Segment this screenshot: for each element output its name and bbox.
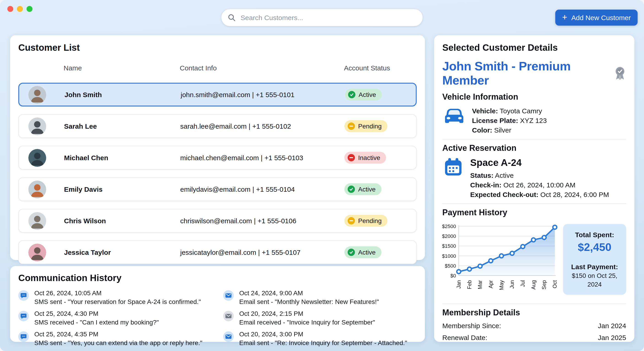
status-badge: Active xyxy=(344,246,382,258)
svg-text:$0: $0 xyxy=(450,273,456,279)
minus-icon xyxy=(348,122,355,130)
avatar xyxy=(28,149,46,167)
selected-customer-name: John Smith - Premium Member xyxy=(442,59,614,88)
communication-entry-time: Oct 25, 2024, 4:35 PM xyxy=(34,330,202,339)
detail-line: Vehicle: Toyota Camry xyxy=(472,106,547,116)
zoom-button-icon[interactable] xyxy=(26,6,32,12)
minus-icon xyxy=(348,154,355,161)
membership-row: Renewal Date:Jan 2025 xyxy=(442,334,626,342)
traffic-lights xyxy=(7,6,32,12)
search-input[interactable] xyxy=(240,13,416,22)
customer-status-cell: Inactive xyxy=(344,152,386,164)
total-spent-box: Total Spent: $2,450 Last Payment: $150 o… xyxy=(563,224,626,295)
status-label: Pending xyxy=(358,217,382,224)
vehicle-info-lines: Vehicle: Toyota CamryLicense Plate: XYZ … xyxy=(472,106,547,135)
detail-line: Check-in: Oct 26, 2024, 10:00 AM xyxy=(470,180,609,190)
membership-row-value: Jan 2025 xyxy=(598,334,626,342)
svg-text:$1500: $1500 xyxy=(442,243,456,249)
communication-entry-text: Oct 26, 2024, 10:05 AMSMS sent - "Your r… xyxy=(34,289,201,306)
communication-entry-time: Oct 20, 2024, 3:00 PM xyxy=(239,330,407,339)
customer-table-header: Name Contact Info Account Status xyxy=(18,64,417,72)
communication-entry-text: Oct 25, 2024, 4:35 PMSMS sent - "Yes, yo… xyxy=(34,330,202,347)
svg-text:Sep: Sep xyxy=(541,280,547,290)
status-label: Inactive xyxy=(358,154,380,161)
communication-entry: Oct 20, 2024, 3:00 PMEmail sent - "Re: I… xyxy=(223,330,417,347)
membership-row: Membership Since:Jan 2024 xyxy=(442,322,626,330)
avatar xyxy=(28,244,46,261)
communication-entry-message: Email received - "Invoice Inquiry for Se… xyxy=(239,318,375,327)
customer-name: Chris Wilson xyxy=(64,217,106,225)
close-button-icon[interactable] xyxy=(7,6,13,12)
column-header-name: Name xyxy=(64,64,82,72)
add-new-customer-label: Add New Customer xyxy=(571,14,631,21)
last-payment-label: Last Payment: xyxy=(568,263,622,271)
detail-line: Color: Silver xyxy=(472,125,547,135)
customer-name: Jessica Taylor xyxy=(64,248,111,256)
customer-contact: emilydavis@email.com | +1 555-0104 xyxy=(180,185,295,193)
svg-text:Feb: Feb xyxy=(466,280,472,289)
customer-row[interactable]: Chris Wilsonchriswilson@email.com | +1 5… xyxy=(18,209,417,233)
customer-row[interactable]: Emily Davisemilydavis@email.com | +1 555… xyxy=(18,177,417,201)
customer-name: Michael Chen xyxy=(64,154,108,162)
svg-text:Apr: Apr xyxy=(488,280,494,288)
svg-text:Mar: Mar xyxy=(477,280,483,289)
membership-row-label: Membership Since: xyxy=(442,322,501,330)
svg-text:Jan: Jan xyxy=(456,280,462,289)
reservation-info-lines: Status: ActiveCheck-in: Oct 26, 2024, 10… xyxy=(470,170,609,199)
add-new-customer-button[interactable]: + Add New Customer xyxy=(555,9,638,25)
status-badge: Inactive xyxy=(344,152,386,164)
car-icon xyxy=(443,106,465,125)
svg-text:$2000: $2000 xyxy=(442,233,456,239)
membership-row-label: Renewal Date: xyxy=(442,334,487,342)
chat-bubble-icon xyxy=(18,331,29,342)
payment-history-chart: $0$500$1000$1500$2000$2500JanFebMarAprMa… xyxy=(442,222,558,299)
communication-entry-text: Oct 20, 2024, 3:00 PMEmail sent - "Re: I… xyxy=(239,330,407,347)
detail-line: Expected Check-out: Oct 28, 2024, 6:00 P… xyxy=(470,190,609,199)
svg-text:Jul: Jul xyxy=(520,280,526,287)
membership-row-value: Jan 2024 xyxy=(598,322,626,330)
status-badge: Pending xyxy=(344,215,388,227)
customer-list-title: Customer List xyxy=(18,42,417,53)
payment-history-heading: Payment History xyxy=(442,208,626,218)
total-spent-label: Total Spent: xyxy=(568,231,622,239)
svg-text:Aug: Aug xyxy=(530,280,536,290)
customer-rows: John Smithjohn.smith@email.com | +1 555-… xyxy=(18,83,417,264)
customer-contact: john.smith@email.com | +1 555-0101 xyxy=(181,91,294,98)
customer-row[interactable]: Jessica Taylorjessicataylor@email.com | … xyxy=(18,240,417,264)
plus-icon: + xyxy=(562,13,567,21)
communication-entry-time: Oct 20, 2024, 2:15 PM xyxy=(239,310,375,318)
customer-name: Emily Davis xyxy=(64,185,102,193)
customer-row[interactable]: Michael Chenmichael.chen@email.com | +1 … xyxy=(18,146,417,170)
membership-details-section: Membership Details Membership Since:Jan … xyxy=(442,304,626,342)
communication-sms-column: Oct 26, 2024, 10:05 AMSMS sent - "Your r… xyxy=(18,289,223,347)
customer-status-cell: Active xyxy=(344,246,382,258)
chat-bubble-icon xyxy=(18,311,29,321)
customer-contact: sarah.lee@email.com | +1 555-0102 xyxy=(180,122,291,130)
communication-entry: Oct 26, 2024, 10:05 AMSMS sent - "Your r… xyxy=(18,289,223,306)
envelope-icon xyxy=(223,290,234,301)
svg-text:$1000: $1000 xyxy=(442,253,456,259)
customer-status-cell: Active xyxy=(344,183,382,195)
check-icon xyxy=(348,249,355,256)
svg-text:Jun: Jun xyxy=(509,280,515,289)
svg-text:$500: $500 xyxy=(445,263,456,269)
communication-entry-text: Oct 24, 2024, 9:00 AMEmail sent - "Month… xyxy=(239,289,379,306)
communication-entry: Oct 25, 2024, 4:30 PMSMS received - "Can… xyxy=(18,310,223,327)
customer-row[interactable]: Sarah Leesarah.lee@email.com | +1 555-01… xyxy=(18,114,417,138)
total-spent-value: $2,450 xyxy=(568,241,622,254)
app-window: + Add New Customer Customer List Name Co… xyxy=(0,0,644,351)
communication-entry: Oct 24, 2024, 9:00 AMEmail sent - "Month… xyxy=(223,289,417,306)
communication-entry-time: Oct 24, 2024, 9:00 AM xyxy=(239,289,379,298)
membership-rows: Membership Since:Jan 2024Renewal Date:Ja… xyxy=(442,322,626,342)
check-icon xyxy=(348,186,355,193)
communication-entry-time: Oct 25, 2024, 4:30 PM xyxy=(34,310,159,318)
reservation-space-name: Space A-24 xyxy=(470,157,609,168)
vehicle-information-heading: Vehicle Information xyxy=(442,92,626,102)
premium-ribbon-icon xyxy=(614,67,626,80)
minimize-button-icon[interactable] xyxy=(17,6,23,12)
customer-row[interactable]: John Smithjohn.smith@email.com | +1 555-… xyxy=(18,83,417,106)
avatar xyxy=(28,117,46,135)
column-header-contact: Contact Info xyxy=(180,64,217,72)
communication-entry-message: SMS received - "Can I extend my booking?… xyxy=(34,318,159,327)
detail-line: License Plate: XYZ 123 xyxy=(472,116,547,125)
